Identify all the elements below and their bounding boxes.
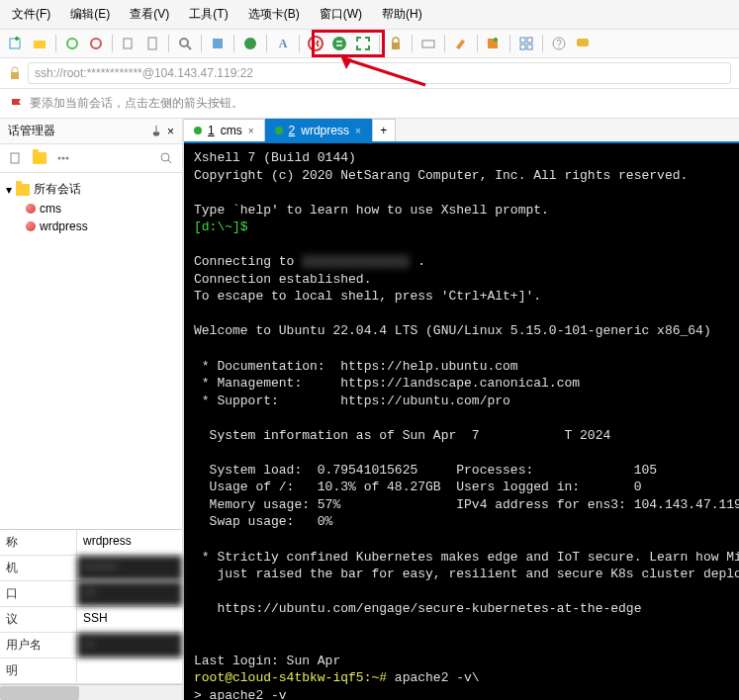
tree-item-label: wrdpress bbox=[40, 219, 88, 233]
lock-icon bbox=[8, 66, 22, 80]
chat-icon[interactable] bbox=[573, 34, 593, 53]
globe-icon[interactable] bbox=[240, 34, 260, 53]
search-icon[interactable] bbox=[175, 34, 195, 53]
menu-tools[interactable]: 工具(T) bbox=[185, 4, 231, 25]
tree-search-icon[interactable] bbox=[156, 148, 176, 168]
tab-close-icon[interactable]: × bbox=[355, 126, 361, 136]
prop-val: wrdpress bbox=[77, 530, 182, 555]
xshell-red-icon[interactable] bbox=[306, 34, 325, 53]
svg-point-24 bbox=[58, 157, 61, 160]
tab-index: 1 bbox=[208, 124, 215, 137]
tree-new-icon[interactable] bbox=[6, 148, 26, 168]
help-icon[interactable]: ? bbox=[549, 34, 569, 53]
menu-edit[interactable]: 编辑(E) bbox=[66, 4, 114, 25]
menu-bar: 文件(F) 编辑(E) 查看(V) 工具(T) 选项卡(B) 窗口(W) 帮助(… bbox=[0, 0, 739, 30]
menu-window[interactable]: 窗口(W) bbox=[316, 4, 366, 25]
prop-key: 机 bbox=[0, 556, 77, 580]
address-input[interactable]: ssh://root:************@104.143.47.119:2… bbox=[28, 62, 731, 84]
tree-root[interactable]: ▾ 所有会话 bbox=[6, 179, 176, 200]
svg-rect-23 bbox=[11, 153, 19, 163]
tab-label: cms bbox=[221, 124, 242, 137]
address-bar: ssh://root:************@104.143.47.119:2… bbox=[0, 58, 739, 89]
session-tree: ▾ 所有会话 cms wrdpress bbox=[0, 173, 182, 241]
svg-point-26 bbox=[66, 157, 69, 160]
svg-point-8 bbox=[244, 38, 256, 49]
properties-icon[interactable] bbox=[208, 34, 228, 53]
svg-rect-17 bbox=[527, 44, 532, 49]
flag-icon bbox=[10, 97, 24, 111]
hint-bar: 要添加当前会话，点击左侧的箭头按钮。 bbox=[0, 89, 739, 119]
svg-rect-14 bbox=[520, 38, 525, 43]
tab-bar: 1 cms × 2 wrdpress × + bbox=[184, 119, 739, 143]
status-dot-icon bbox=[275, 127, 283, 134]
tab-wrdpress[interactable]: 2 wrdpress × bbox=[265, 119, 372, 141]
session-icon bbox=[26, 221, 36, 231]
svg-rect-22 bbox=[11, 72, 19, 79]
prop-key: 明 bbox=[0, 658, 77, 683]
svg-point-2 bbox=[67, 39, 77, 48]
svg-rect-12 bbox=[422, 41, 434, 47]
font-icon[interactable]: A bbox=[273, 34, 293, 53]
menu-view[interactable]: 查看(V) bbox=[126, 4, 173, 25]
fullscreen-icon[interactable] bbox=[353, 34, 373, 53]
tree-item-label: cms bbox=[40, 202, 61, 216]
prop-val bbox=[77, 658, 182, 683]
svg-text:?: ? bbox=[556, 39, 562, 49]
prop-val: hidden bbox=[77, 556, 182, 580]
layout-icon[interactable] bbox=[516, 34, 536, 53]
tab-add-button[interactable]: + bbox=[372, 119, 396, 141]
disconnect-icon[interactable] bbox=[86, 34, 106, 53]
svg-rect-5 bbox=[148, 38, 156, 49]
svg-point-9 bbox=[309, 37, 323, 50]
svg-point-6 bbox=[180, 39, 188, 46]
prop-key: 口 bbox=[0, 581, 77, 606]
pin-icon[interactable] bbox=[149, 125, 163, 138]
menu-file[interactable]: 文件(F) bbox=[8, 4, 54, 25]
prop-val: SSH bbox=[77, 607, 182, 632]
new-session-icon[interactable] bbox=[6, 34, 26, 53]
prop-val: xx bbox=[77, 633, 182, 657]
svg-rect-7 bbox=[213, 39, 223, 48]
panel-header: 话管理器 × bbox=[0, 119, 182, 144]
prop-key: 用户名 bbox=[0, 633, 77, 657]
tab-cms[interactable]: 1 cms × bbox=[184, 119, 265, 141]
collapse-icon: ▾ bbox=[6, 183, 12, 197]
terminal[interactable]: Xshell 7 (Build 0144) Copyright (c) 2020… bbox=[184, 143, 739, 700]
keyboard-icon[interactable] bbox=[418, 34, 438, 53]
reconnect-icon[interactable] bbox=[62, 34, 82, 53]
content-area: 1 cms × 2 wrdpress × + Xshell 7 (Build 0… bbox=[184, 119, 739, 700]
menu-tabs[interactable]: 选项卡(B) bbox=[244, 4, 304, 25]
new-window-icon[interactable] bbox=[484, 34, 504, 53]
tab-index: 2 bbox=[289, 124, 296, 137]
session-icon bbox=[26, 204, 36, 214]
svg-rect-20 bbox=[577, 39, 589, 46]
open-icon[interactable] bbox=[30, 34, 49, 53]
svg-rect-11 bbox=[392, 43, 400, 49]
status-dot-icon bbox=[194, 127, 202, 134]
folder-icon bbox=[16, 184, 30, 196]
tab-label: wrdpress bbox=[301, 124, 349, 137]
toolbar: A ? bbox=[0, 30, 739, 58]
menu-help[interactable]: 帮助(H) bbox=[378, 4, 426, 25]
hint-text: 要添加当前会话，点击左侧的箭头按钮。 bbox=[30, 95, 243, 112]
tree-item-wrdpress[interactable]: wrdpress bbox=[6, 218, 176, 235]
svg-rect-16 bbox=[520, 44, 525, 49]
session-manager-panel: 话管理器 × ▾ 所有会话 cms bbox=[0, 119, 184, 700]
horizontal-scrollbar[interactable] bbox=[0, 684, 182, 700]
tab-close-icon[interactable]: × bbox=[248, 126, 254, 136]
svg-rect-4 bbox=[124, 39, 132, 48]
copy-icon[interactable] bbox=[119, 34, 139, 53]
tree-folder-icon[interactable] bbox=[30, 148, 49, 168]
paste-icon[interactable] bbox=[142, 34, 162, 53]
lock-icon[interactable] bbox=[386, 34, 406, 53]
prop-key: 称 bbox=[0, 530, 77, 555]
tree-more-icon[interactable] bbox=[53, 148, 73, 168]
tree-root-label: 所有会话 bbox=[34, 181, 81, 198]
svg-point-25 bbox=[62, 157, 65, 160]
highlight-icon[interactable] bbox=[451, 34, 471, 53]
properties-grid: 称wrdpress 机hidden 口00 议SSH 用户名xx 明 bbox=[0, 529, 182, 684]
xftp-green-icon[interactable] bbox=[329, 34, 349, 53]
tree-item-cms[interactable]: cms bbox=[6, 200, 176, 218]
close-icon[interactable]: × bbox=[167, 125, 174, 138]
svg-rect-0 bbox=[10, 39, 20, 48]
